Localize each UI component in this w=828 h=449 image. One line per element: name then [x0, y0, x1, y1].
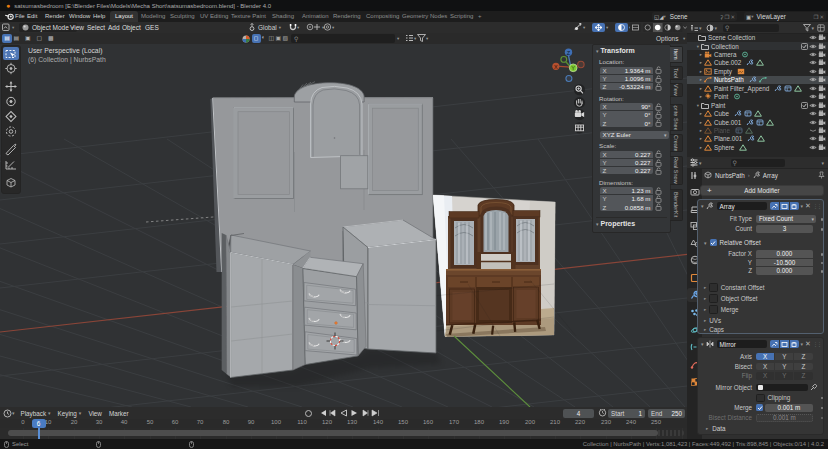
svg-text:(6) Collection | NurbsPath: (6) Collection | NurbsPath [28, 56, 106, 64]
svg-text:X: X [554, 64, 558, 70]
svg-text:Y: Y [571, 65, 575, 71]
svg-text:User Perspective (Local): User Perspective (Local) [28, 47, 102, 55]
